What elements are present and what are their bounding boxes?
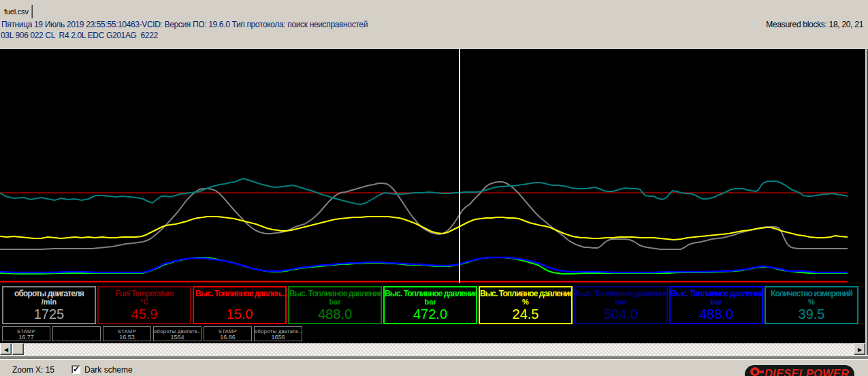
measurement-box-6[interactable]: Выс. Топливное давление%24.5 [479, 286, 573, 324]
turbo-icon [749, 367, 764, 376]
vcds-log-viewer-window: fuel.csv Пятница 19 Июль 2019 23:55:55:1… [0, 0, 868, 376]
measurement-box-2[interactable]: Fuel Temperature°C45.9 [97, 286, 191, 324]
header-session-info: Пятница 19 Июль 2019 23:55:55:10463-VCID… [1, 20, 368, 29]
trace-temp-teal [0, 178, 848, 204]
trace-pressure-blue [0, 257, 848, 272]
stamp-box-3[interactable]: STAMP16.53 [103, 326, 151, 341]
measurement-unit: bar [385, 298, 476, 306]
measurement-value: 488.0 [289, 307, 381, 321]
stamp-value: 16.77 [3, 334, 50, 341]
measurement-box-4[interactable]: Выс. Топливное давлениеbar488.0 [288, 286, 382, 324]
tab-fuel-csv[interactable]: fuel.csv [4, 7, 29, 16]
dieselpower-logo-text: DIESELPOWER [765, 367, 849, 376]
stamp-value: 16.86 [204, 334, 251, 341]
measurement-label: Выс. Топливное давление [575, 290, 666, 298]
measurement-value: 488.0 [671, 307, 762, 321]
groove-line-4 [0, 359, 868, 360]
measurement-unit: % [480, 298, 571, 306]
measurement-unit: bar [289, 298, 381, 306]
dark-scheme-checkbox[interactable]: ✓ [71, 365, 80, 374]
stamp-box-2[interactable] [52, 326, 101, 341]
stamp-value: 16.53 [103, 334, 150, 341]
measurement-box-1[interactable]: обороты двигателя/min1725 [2, 286, 96, 324]
chart-cursor[interactable] [459, 49, 460, 283]
stamp-box-6[interactable]: обороты двигате...1656 [254, 326, 302, 341]
measurement-value: 504.0 [575, 307, 666, 321]
measurement-unit: bar [671, 298, 762, 306]
measurement-value: 45.9 [99, 307, 190, 321]
measurement-unit: /min [3, 298, 95, 306]
checkmark-icon: ✓ [73, 364, 80, 374]
measurement-label: Fuel Temperature [99, 290, 190, 298]
measurement-value: 1725 [3, 307, 95, 321]
measurement-value: 472.0 [385, 307, 476, 321]
measurement-label: Выс. Топливное давлен... [194, 290, 285, 298]
measurement-box-7[interactable]: Выс. Топливное давлениеbar504.0 [574, 286, 668, 324]
measurement-value: 24.5 [480, 307, 571, 321]
measurement-box-8[interactable]: Выс. Топливное давлениеbar488.0 [669, 286, 763, 324]
tab-divider [31, 5, 33, 18]
dieselpower-logo: DIESELPOWER [745, 365, 854, 376]
stamp-box-5[interactable]: STAMP16.86 [204, 326, 252, 341]
measurement-label: Выс. Топливное давление [671, 290, 762, 298]
stamp-box-1[interactable]: STAMP16.77 [2, 326, 50, 341]
measurement-value: 15.0 [194, 307, 285, 321]
measurement-box-9[interactable]: Количество измерений%39.5 [765, 286, 858, 324]
scroll-left-icon: ◀ [4, 347, 8, 353]
scrollbar-right-button[interactable]: ▶ [854, 343, 865, 355]
trace-pressure-yellow [0, 217, 848, 240]
scrollbar-left-button[interactable]: ◀ [0, 343, 12, 355]
measurement-unit [194, 298, 285, 306]
scrollbar-thumb[interactable] [12, 343, 24, 355]
zoom-x-label: Zoom X: 15 [12, 365, 54, 375]
header-measured-blocks: Measured blocks: 18, 20, 21 [766, 20, 863, 29]
measurement-label: Выс. Топливное давление [385, 290, 476, 298]
measurement-label: Выс. Топливное давление [289, 290, 381, 298]
measurement-label: обороты двигателя [3, 290, 95, 298]
horizontal-scrollbar[interactable]: ◀ ▶ [0, 343, 865, 355]
stamp-value: 1656 [255, 334, 302, 341]
measurement-box-5[interactable]: Выс. Топливное давлениеbar472.0 [383, 286, 477, 324]
measurement-box-3[interactable]: Выс. Топливное давлен...15.0 [193, 286, 287, 324]
measurement-unit: % [766, 298, 857, 306]
measurement-unit: bar [575, 298, 666, 306]
measurement-label: Выс. Топливное давление [480, 290, 571, 298]
stamp-box-4[interactable]: обороты двигате...1564 [153, 326, 202, 341]
stamp-value: 1564 [154, 334, 201, 341]
header-ecu-info: 03L 906 022 CL R4 2.0L EDC G201AG 6222 [1, 31, 158, 40]
measurement-value: 39.5 [766, 307, 857, 321]
measurement-label: Количество измерений [766, 290, 857, 298]
scroll-right-icon: ▶ [858, 347, 862, 353]
measurement-unit: °C [99, 298, 190, 306]
dark-scheme-label: Dark scheme [84, 365, 133, 375]
